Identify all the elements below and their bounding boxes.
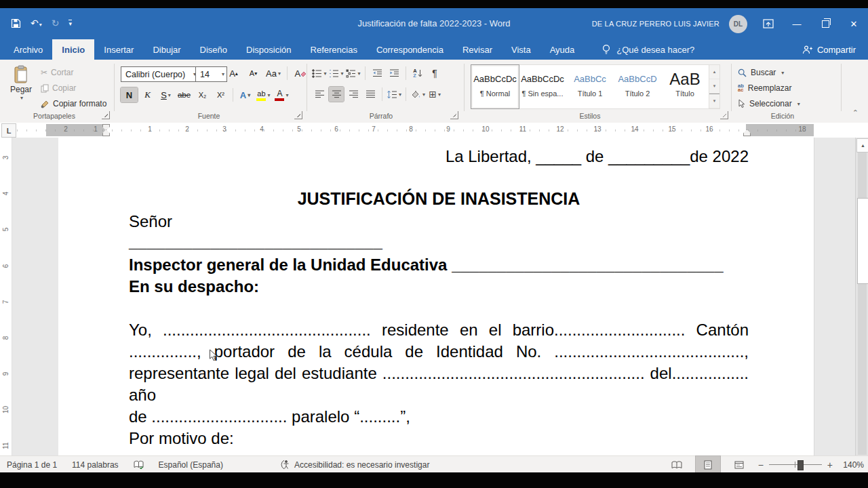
grow-caret: ▴ [235,70,238,77]
font-color-button[interactable]: A▾ [273,87,290,102]
paragraph-dialog-launcher[interactable] [450,111,458,119]
share-button[interactable]: Compartir [802,39,856,60]
ribbon-tab[interactable]: Archivo [4,39,52,60]
format-painter-icon [41,100,50,108]
text-effects-button[interactable]: A▾ [237,87,254,102]
select-dropdown-icon[interactable]: ▾ [797,101,800,107]
show-marks-button[interactable]: ¶ [427,66,442,81]
numbering-dropdown-icon: ▾ [340,70,343,77]
ribbon-tab[interactable]: Referencias [301,39,367,60]
style-card[interactable]: AaBbCcDc ¶ Normal [471,65,519,108]
ribbon-tab[interactable]: Insertar [94,39,143,60]
ribbon-display-options-icon[interactable] [758,8,778,39]
ribbon-tab[interactable]: Diseño [191,39,237,60]
numbered-list-button[interactable]: ▾ [329,66,344,81]
undo-button[interactable]: ↶▾ [31,18,42,28]
tell-me-box[interactable]: ¿Qué desea hacer? [601,39,694,60]
clipboard-dialog-launcher[interactable] [102,111,110,119]
close-button[interactable]: ✕ [840,8,868,39]
change-case-button[interactable]: Aa▾ [264,66,282,81]
ruler-number: 3 [222,125,226,133]
strikethrough-button[interactable]: abe [176,87,193,102]
bold-button[interactable]: N [121,87,138,102]
read-mode-button[interactable] [665,456,689,473]
accessibility-status[interactable]: Accesibilidad: es necesario investigar [280,460,429,470]
restore-button[interactable] [811,8,840,39]
select-button[interactable]: Seleccionar ▾ [738,96,800,111]
italic-button[interactable]: K [139,87,156,102]
save-icon[interactable] [11,18,21,28]
ribbon-tab[interactable]: Revisar [453,39,502,60]
highlight-button[interactable]: ab▾ [255,87,272,102]
minimize-button[interactable]: — [783,8,811,39]
undo-dropdown-icon[interactable]: ▾ [39,22,42,28]
align-center-button[interactable] [329,87,344,102]
accessibility-icon [280,460,290,470]
borders-button[interactable]: ⊞▾ [427,87,442,102]
align-left-button[interactable] [312,87,327,102]
scrollbar-thumb[interactable] [857,198,868,284]
bullet-list-button[interactable]: ▾ [312,66,327,81]
style-card[interactable]: AaBbCcDc ¶ Sin espa... [519,65,566,108]
sort-button[interactable]: A Z [410,66,425,81]
shrink-font-button[interactable]: A▾ [245,66,262,81]
underline-dropdown-icon[interactable]: ▾ [168,92,171,98]
zoom-slider[interactable] [769,456,822,473]
format-painter-button[interactable]: Copiar formato [41,96,106,111]
subscript-button[interactable]: X₂ [194,87,211,102]
replace-button[interactable]: abac Reemplazar [738,81,791,96]
style-card[interactable]: AaBbCcD Título 2 [614,65,661,108]
font-size-dropdown-icon[interactable]: ▾ [222,71,224,77]
zoom-percentage[interactable]: 140% [838,460,864,470]
tab-stop-selector[interactable]: L [1,123,16,138]
find-button[interactable]: Buscar ▾ [738,65,784,80]
paste-dropdown-icon[interactable]: ▾ [20,95,23,101]
document-page[interactable]: La Libertad, _____ de _________de 2022 J… [58,138,814,455]
underline-button[interactable]: S▾ [157,87,174,102]
web-layout-button[interactable] [727,456,751,473]
line-spacing-button[interactable]: ▾ [387,87,401,102]
avatar[interactable]: DL [729,15,747,33]
increase-indent-button[interactable] [387,66,401,81]
styles-dialog-launcher[interactable] [720,111,728,119]
shading-button[interactable]: ▾ [410,87,425,102]
styles-scroll-up-icon[interactable]: ▴ [709,65,719,79]
customize-qat-icon[interactable]: ▾ [68,20,72,26]
superscript-button[interactable]: X² [212,87,229,102]
find-dropdown-icon[interactable]: ▾ [781,70,784,76]
vertical-scrollbar[interactable]: ▲ [855,138,868,455]
ribbon-tab[interactable]: Correspondencia [367,39,453,60]
account-name[interactable]: DE LA CRUZ PERERO LUIS JAVIER [592,20,719,28]
styles-gallery-more-icon[interactable]: ▾ [709,94,719,108]
zoom-out-button[interactable]: − [758,460,764,470]
ribbon-tab[interactable]: Vista [502,39,540,60]
font-size-combo[interactable]: 14▾ [195,66,227,82]
ribbon-tab[interactable]: Dibujar [143,39,190,60]
word-count[interactable]: 114 palabras [72,460,119,470]
zoom-thumb[interactable] [797,460,804,470]
ribbon-tab[interactable]: Ayuda [540,39,585,60]
language-indicator[interactable]: Español (España) [159,460,223,470]
page-count[interactable]: Página 1 de 1 [7,460,57,470]
proofing-icon[interactable] [134,460,144,469]
titlebar-right: DE LA CRUZ PERERO LUIS JAVIER DL — ✕ [592,8,868,39]
collapse-ribbon-icon[interactable]: ⌃ [852,108,859,117]
decrease-indent-button[interactable] [370,66,384,81]
print-layout-button[interactable] [696,456,720,473]
zoom-in-button[interactable]: + [827,460,833,470]
ribbon-tab[interactable]: Disposición [237,39,300,60]
font-color-dropdown-icon[interactable]: ▾ [285,92,288,98]
align-right-button[interactable] [346,87,361,102]
multilevel-list-button[interactable]: ▾ [346,66,361,81]
font-dialog-launcher[interactable] [294,111,302,119]
ribbon-tab[interactable]: Inicio [52,39,94,60]
style-card[interactable]: AaBbCc Título 1 [566,65,614,108]
style-card[interactable]: AaB Título [661,65,709,108]
font-family-combo[interactable]: Calibri (Cuerpo)▾ [121,66,199,82]
highlight-dropdown-icon[interactable]: ▾ [267,92,270,98]
scroll-up-icon[interactable]: ▲ [856,138,868,152]
styles-scroll-down-icon[interactable]: ▾ [709,79,719,94]
justify-button[interactable] [363,87,378,102]
paste-button[interactable]: Pegar ▾ [7,65,35,110]
grow-font-button[interactable]: A▴ [225,66,242,81]
